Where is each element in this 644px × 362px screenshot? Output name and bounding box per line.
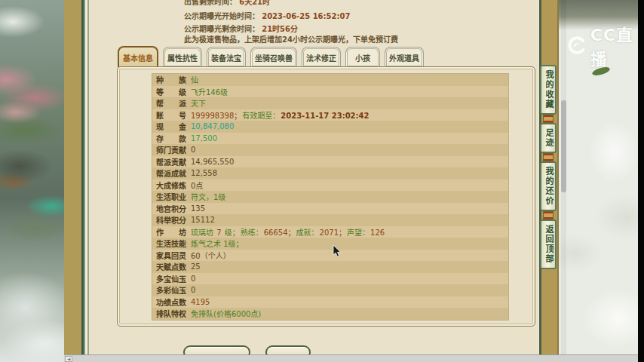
value-part: 10,847,080	[191, 122, 234, 130]
expose-remaining-line: 公示期曝光剩余时间： 21时56分	[184, 23, 298, 34]
table-row: 多宝仙玉0	[152, 273, 508, 285]
value-part: 2023-11-17 23:02:42	[281, 112, 369, 120]
vertical-scrollbar-thumb[interactable]	[561, 100, 566, 192]
value-part: 199998398；	[191, 112, 241, 120]
row-value: 炼气之术 1级；	[191, 238, 244, 249]
game-artwork-background	[0, 0, 64, 362]
tab-5[interactable]: 法术修正	[302, 47, 341, 67]
sale-remaining-label: 出售剩余时间：	[184, 0, 237, 6]
table-row: 地宫积分135	[152, 203, 508, 215]
side-button-back-to-top[interactable]: 返回顶部	[540, 219, 557, 269]
row-label: 多宝仙玉	[156, 273, 186, 284]
row-value: 仙	[191, 74, 199, 85]
row-label: 生活职业	[156, 191, 186, 202]
value-part: 有效期至：	[242, 112, 280, 120]
value-part: 17,500	[191, 134, 217, 143]
row-label: 现金	[156, 121, 186, 132]
info-table: 种族仙等级飞升146级帮派天下账号199998398；有效期至：2023-11-…	[152, 73, 509, 321]
tab-7[interactable]: 外观道具	[385, 47, 424, 67]
row-value: 17,500	[191, 134, 218, 143]
row-label: 作坊	[156, 226, 186, 238]
row-value: 符文，1级	[191, 191, 226, 202]
scroll-left-arrow-icon[interactable]: ◄	[65, 356, 72, 362]
bottom-button-2[interactable]	[265, 345, 311, 354]
row-value: 25	[191, 262, 201, 271]
basic-info-panel: 种族仙等级飞升146级帮派天下账号199998398；有效期至：2023-11-…	[117, 66, 535, 327]
side-toolbar: 我的收藏足迹我的还价返回顶部	[538, 0, 559, 354]
value-part: 14,965,550	[191, 158, 234, 166]
table-row: 科举积分15112	[152, 214, 508, 226]
value-part: 60（个人）	[191, 252, 231, 260]
row-label: 家具回灵	[156, 250, 186, 261]
screen: 出售剩余时间： 6天21时 公示期曝光开始时间： 2023-06-25 16:5…	[0, 0, 644, 362]
row-value: 60（个人）	[191, 250, 232, 261]
cc-live-watermark: CC直播	[567, 21, 644, 69]
row-value: 135	[191, 204, 206, 213]
tab-label: 外观道具	[389, 52, 419, 63]
value-part: 4195	[191, 298, 210, 306]
speed-sale-notice: 此为极速售物品，上架后增加24小时公示期曝光，下单免预订费	[184, 33, 398, 44]
value-part: 琉璃坊	[191, 229, 216, 237]
cc-live-brand-text: CC直播	[590, 21, 644, 69]
row-value: 飞升146级	[191, 86, 228, 97]
tab-label: 坐骑召唤兽	[255, 52, 293, 63]
row-label: 功绩点数	[156, 296, 186, 308]
value-part: 炼气之术 1级；	[191, 240, 244, 248]
value-part: 免排队(价格6000点)	[191, 310, 261, 318]
row-value: 0	[191, 275, 196, 283]
value-part: 135	[191, 204, 205, 213]
row-label: 多彩仙玉	[156, 284, 186, 296]
value-part: 25	[191, 262, 201, 271]
tab-3[interactable]: 装备法宝	[207, 47, 246, 67]
row-value: 199998398；有效期至：2023-11-17 23:02:42	[191, 109, 370, 121]
tab-6[interactable]: 小孩	[345, 47, 380, 67]
tab-4[interactable]: 坐骑召唤兽	[250, 47, 297, 67]
row-label: 帮派	[156, 97, 186, 109]
row-label: 地宫积分	[156, 203, 186, 214]
row-label: 天赋点数	[156, 261, 186, 272]
table-row: 存款17,500	[152, 133, 508, 145]
row-label: 等级	[156, 86, 186, 97]
row-value: 10,847,080	[191, 122, 235, 130]
bottom-button-1[interactable]	[183, 345, 250, 354]
row-label: 帮派贡献	[156, 156, 186, 167]
row-value: 15112	[191, 216, 216, 224]
horizontal-scrollbar[interactable]: ◄	[64, 354, 638, 362]
value-part: 声望：	[347, 229, 370, 237]
value-part: 0	[191, 286, 195, 294]
table-row: 多彩仙玉0	[152, 284, 508, 296]
tab-2[interactable]: 属性抗性	[163, 47, 202, 67]
side-button-my-collection[interactable]: 我的收藏	[540, 65, 557, 115]
table-row: 种族仙	[152, 74, 508, 86]
value-part: 熟练：	[241, 229, 263, 237]
row-label: 账号	[156, 109, 186, 121]
side-button-footprints[interactable]: 足迹	[540, 123, 557, 153]
table-row: 帮派成就12,558	[152, 167, 508, 179]
table-row: 功绩点数4195	[152, 296, 508, 308]
tab-1[interactable]: 基本信息	[118, 46, 158, 67]
value-part: 0	[191, 275, 195, 283]
value-part: 12,558	[191, 169, 217, 177]
table-row: 账号199998398；有效期至：2023-11-17 23:02:42	[152, 109, 508, 121]
value-part: 仙	[191, 76, 198, 84]
row-label: 排队特权	[156, 308, 186, 319]
value-part: 成就：	[296, 229, 319, 237]
table-row: 天赋点数25	[152, 261, 508, 273]
value-part: 7	[216, 229, 221, 237]
tab-bar: 基本信息属性抗性装备法宝坐骑召唤兽法术修正小孩外观道具	[118, 46, 424, 67]
table-row: 大成修炼0点	[152, 179, 508, 192]
row-value: 12,558	[191, 169, 218, 177]
row-value: 0	[191, 286, 196, 294]
value-part: 级；	[222, 229, 240, 237]
table-row: 现金10,847,080	[152, 121, 508, 133]
tab-label: 小孩	[355, 52, 370, 63]
side-button-connector	[543, 115, 554, 123]
cc-live-icon	[567, 34, 587, 57]
row-value: 14,965,550	[191, 158, 235, 166]
value-part: 符文，1级	[191, 193, 225, 201]
side-button-my-counteroffer[interactable]: 我的还价	[540, 161, 557, 211]
table-row: 师门贡献0	[152, 144, 508, 156]
expose-remaining-value: 21时56分	[262, 25, 298, 33]
row-label: 存款	[156, 133, 186, 144]
row-label: 生活技能	[156, 238, 186, 249]
